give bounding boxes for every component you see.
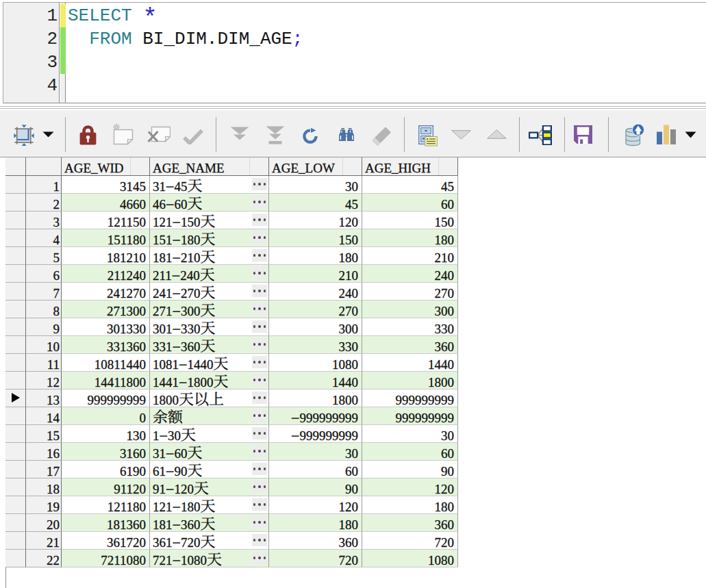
cell-age-wid[interactable]: 361720 [62, 532, 150, 550]
cell-editor-ellipsis-button[interactable] [252, 303, 267, 315]
cell-age-wid[interactable]: 241270 [62, 283, 150, 301]
cell-editor-ellipsis-button[interactable] [252, 214, 267, 226]
cell-age-wid[interactable]: 3160 [62, 443, 150, 461]
cell-age-wid[interactable]: 301330 [62, 318, 150, 336]
cell-age-name[interactable]: 31-60天 [150, 443, 269, 461]
sql-editor[interactable]: 1234 SELECT * FROM BI_DIM.DIM_AGE; [3, 2, 706, 103]
grid-row[interactable]: 6 211240 211-240天 210 240 [5, 265, 459, 283]
cell-age-wid[interactable]: 271300 [62, 301, 150, 318]
cell-age-high[interactable]: 45 [362, 176, 458, 194]
cell-age-name[interactable]: 余额 [150, 407, 269, 425]
grid-row[interactable]: 21 361720 361-720天 360 720 [5, 532, 459, 550]
cell-age-wid[interactable]: 121180 [62, 496, 150, 514]
cell-age-name[interactable]: 211-240天 [150, 265, 269, 283]
cell-age-low[interactable]: 150 [269, 229, 362, 247]
cell-age-low[interactable]: 60 [269, 461, 362, 478]
editor-results-splitter[interactable] [0, 106, 706, 109]
grid-header-age-wid[interactable]: AGE_WID [62, 157, 150, 176]
cell-editor-ellipsis-button[interactable] [252, 196, 267, 208]
cell-age-name[interactable]: 1081-1440天 [150, 354, 269, 372]
cell-age-wid[interactable]: 6190 [62, 461, 150, 478]
cell-editor-ellipsis-button[interactable] [252, 285, 267, 297]
cell-age-wid[interactable]: 181360 [62, 514, 150, 532]
cell-age-wid[interactable]: 10811440 [62, 354, 150, 372]
grid-row[interactable]: 17 6190 61-90天 60 90 [5, 461, 459, 478]
grid-row[interactable]: 13 999999999 1800天以上 1800 999999999 [5, 389, 459, 407]
cell-age-high[interactable]: 999999999 [362, 407, 458, 425]
record-view-dropdown-arrow-icon[interactable] [42, 131, 54, 138]
cell-age-low[interactable]: 270 [269, 301, 362, 318]
cell-age-low[interactable]: 210 [269, 265, 362, 283]
cell-editor-ellipsis-button[interactable] [252, 409, 267, 422]
cell-age-name[interactable]: 361-720天 [150, 532, 269, 550]
cell-age-low[interactable]: 120 [269, 212, 362, 229]
cell-editor-ellipsis-button[interactable] [252, 320, 267, 333]
cell-age-low[interactable]: 330 [269, 336, 362, 354]
cell-age-low[interactable]: 1800 [269, 389, 362, 407]
cell-age-wid[interactable]: 7211080 [62, 550, 150, 567]
cell-age-wid[interactable]: 181210 [62, 247, 150, 265]
cell-age-name[interactable]: 331-360天 [150, 336, 269, 354]
cell-age-high[interactable]: 30 [362, 425, 458, 443]
record-view-window-icon[interactable] [418, 125, 438, 146]
cell-age-name[interactable]: 46-60天 [150, 194, 269, 212]
cell-age-low[interactable]: 360 [269, 532, 362, 550]
cell-age-low[interactable]: 180 [269, 247, 362, 265]
cell-age-high[interactable]: 210 [362, 247, 458, 265]
grid-row[interactable]: 2 4660 46-60天 45 60 [5, 194, 459, 212]
cell-age-high[interactable]: 360 [362, 514, 458, 532]
cell-editor-ellipsis-button[interactable] [252, 481, 267, 493]
cell-editor-ellipsis-button[interactable] [252, 356, 267, 368]
cell-age-high[interactable]: 360 [362, 336, 458, 354]
cell-age-high[interactable]: 1440 [362, 354, 458, 372]
grid-row[interactable]: 5 181210 181-210天 180 210 [5, 247, 459, 265]
cell-age-name[interactable]: 121-180天 [150, 496, 269, 514]
grid-row[interactable]: 1 3145 31-45天 30 45 [5, 176, 459, 194]
cell-age-name[interactable]: 271-300天 [150, 301, 269, 318]
cell-age-wid[interactable]: 4660 [62, 194, 150, 212]
grid-row[interactable]: 15 130 1-30天 -999999999 30 [5, 425, 459, 443]
chart-dropdown-arrow-icon[interactable] [685, 131, 696, 138]
cell-age-low[interactable]: 720 [269, 550, 362, 567]
cell-age-low[interactable]: 30 [269, 176, 362, 194]
grid-row[interactable]: 9 301330 301-330天 300 330 [5, 318, 459, 336]
grid-row[interactable]: 8 271300 271-300天 270 300 [5, 301, 459, 318]
cell-age-high[interactable]: 1080 [362, 550, 458, 567]
cell-age-high[interactable]: 180 [362, 229, 458, 247]
cell-editor-ellipsis-button[interactable] [252, 516, 267, 528]
cell-editor-ellipsis-button[interactable] [252, 392, 267, 404]
lock-icon[interactable] [79, 124, 97, 145]
grid-header-age-name[interactable]: AGE_NAME [150, 157, 269, 176]
cell-age-name[interactable]: 1-30天 [150, 425, 269, 443]
grid-row[interactable]: 4 151180 151-180天 150 180 [5, 229, 459, 247]
cell-age-low[interactable]: -999999999 [269, 407, 362, 425]
cell-age-name[interactable]: 31-45天 [150, 176, 269, 194]
cell-editor-ellipsis-button[interactable] [252, 534, 267, 546]
cell-age-wid[interactable]: 151180 [62, 229, 150, 247]
grid-row[interactable]: 12 14411800 1441-1800天 1440 1800 [5, 372, 459, 389]
cell-age-low[interactable]: -999999999 [269, 425, 362, 443]
grid-row[interactable]: 10 331360 331-360天 330 360 [5, 336, 459, 354]
cell-age-low[interactable]: 120 [269, 496, 362, 514]
cell-age-high[interactable]: 120 [362, 478, 458, 496]
grid-row[interactable]: 14 0 余额 -999999999 999999999 [5, 407, 459, 425]
cell-editor-ellipsis-button[interactable] [252, 552, 267, 564]
cell-age-high[interactable]: 180 [362, 496, 458, 514]
cell-age-high[interactable]: 270 [362, 283, 458, 301]
cell-age-wid[interactable]: 14411800 [62, 372, 150, 389]
refresh-icon[interactable] [302, 127, 318, 144]
cell-age-high[interactable]: 720 [362, 532, 458, 550]
cell-editor-ellipsis-button[interactable] [252, 267, 267, 279]
cell-age-low[interactable]: 300 [269, 318, 362, 336]
cell-age-low[interactable]: 45 [269, 194, 362, 212]
cell-age-name[interactable]: 181-360天 [150, 514, 269, 532]
cell-age-wid[interactable]: 121150 [62, 212, 150, 229]
grid-row[interactable]: 11 10811440 1081-1440天 1080 1440 [5, 354, 459, 372]
save-icon[interactable] [573, 125, 593, 144]
cell-age-wid[interactable]: 0 [62, 407, 150, 425]
cell-editor-ellipsis-button[interactable] [252, 463, 267, 475]
cell-editor-ellipsis-button[interactable] [252, 178, 267, 190]
cell-age-high[interactable]: 999999999 [362, 389, 458, 407]
cell-age-low[interactable]: 1080 [269, 354, 362, 372]
grid-row[interactable]: 3 121150 121-150天 120 150 [5, 212, 459, 229]
